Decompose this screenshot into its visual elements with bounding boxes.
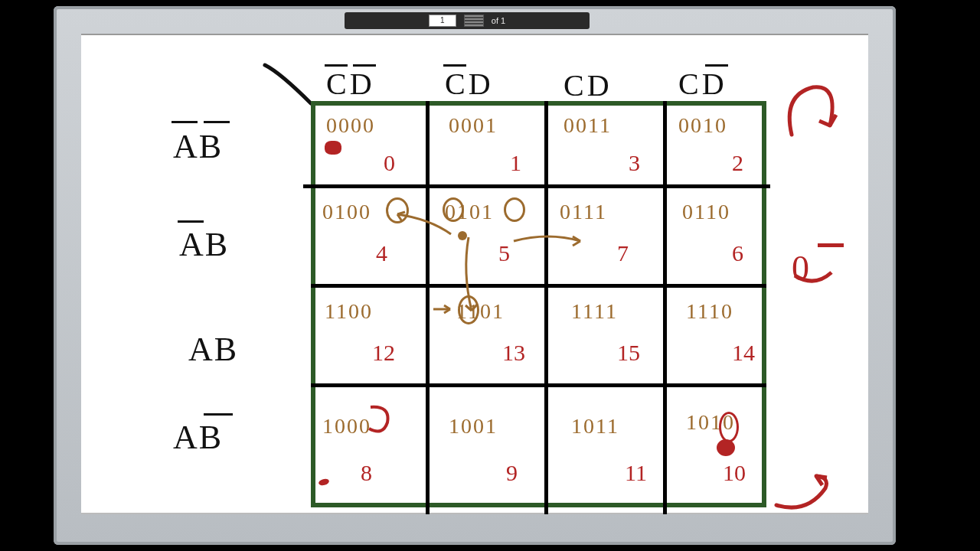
cell-3-1-bin: 1001 — [449, 414, 498, 439]
corner-diagonal — [257, 61, 326, 115]
circle-r1c1-bit0 — [504, 197, 525, 222]
arrow-into-r2c1 — [432, 300, 455, 318]
cell-0-1-bin: 0001 — [449, 113, 498, 138]
cell-1-0-bin: 0100 — [322, 200, 371, 224]
wrap-arrow-bottom — [770, 471, 839, 517]
side-note-underline — [792, 265, 838, 295]
cell-0-0-bin: 0000 — [326, 113, 375, 138]
red-tick-bottom-left — [318, 478, 330, 486]
grid-h3 — [311, 383, 766, 387]
col-header-2: CD — [564, 67, 612, 103]
cell-2-0-bin: 1100 — [325, 299, 373, 324]
arrow-r1c1-to-r1c2 — [510, 230, 586, 253]
cell-0-3-bin: 0010 — [678, 113, 727, 138]
grid-v3 — [663, 101, 667, 514]
row3-bar-b — [204, 413, 233, 416]
grid-left — [311, 101, 315, 507]
cell-0-0-dec: 0 — [384, 150, 395, 176]
cell-0-1-dec: 1 — [510, 150, 521, 176]
side-note-bar — [818, 243, 844, 247]
page-number-field[interactable]: 1 — [429, 15, 456, 27]
cell-3-2-bin: 1011 — [571, 414, 619, 439]
cell-0-2-dec: 3 — [629, 150, 640, 176]
grid-right — [762, 101, 766, 507]
grid-h2 — [311, 284, 766, 288]
cell-1-1-dec: 5 — [498, 240, 510, 266]
red-dot-r0c0 — [325, 141, 341, 155]
cell-2-0-dec: 12 — [372, 340, 395, 366]
grid-bottom — [311, 503, 766, 507]
whiteboard-frame: 1 of 1 CD CD CD CD AB AB AB — [54, 6, 896, 545]
col-header-1: CD — [445, 66, 494, 102]
col0-bar-c — [325, 64, 348, 67]
red-circle-r3c3-a — [719, 412, 739, 442]
row-header-0: AB — [173, 127, 223, 166]
cell-1-0-dec: 4 — [376, 240, 387, 266]
row-header-2: AB — [188, 330, 238, 369]
page-of-label: of 1 — [492, 16, 505, 25]
cell-2-1-dec: 13 — [502, 340, 525, 366]
cell-2-2-dec: 15 — [617, 340, 640, 366]
pdf-toolbar: 1 of 1 — [345, 12, 590, 29]
cell-1-3-dec: 6 — [732, 240, 743, 266]
red-scribble-r3c0 — [364, 403, 398, 439]
grid-v2 — [544, 101, 548, 514]
col1-bar-c — [443, 64, 466, 67]
circle-r2c1-bit2 — [458, 295, 479, 324]
cell-1-2-bin: 0111 — [560, 200, 607, 224]
arrow-r1c0-to-r1c1 — [391, 213, 460, 243]
col-header-0: CD — [326, 66, 375, 102]
cell-2-2-bin: 1111 — [571, 299, 618, 324]
whiteboard-surface: CD CD CD CD AB AB AB AB — [81, 34, 868, 514]
wrap-arrow-top — [778, 81, 847, 150]
grid-v1 — [426, 101, 430, 514]
cell-2-3-dec: 14 — [732, 340, 755, 366]
cell-2-3-bin: 1110 — [686, 299, 733, 324]
row1-bar-a — [178, 220, 204, 223]
cell-1-2-dec: 7 — [617, 240, 629, 266]
cell-0-3-dec: 2 — [732, 150, 743, 176]
page-grip-icon — [464, 15, 484, 27]
cell-3-0-dec: 8 — [361, 460, 372, 486]
col-header-3: CD — [678, 66, 727, 102]
cell-3-3-dec: 10 — [723, 460, 746, 486]
dot-r1c1 — [458, 231, 467, 240]
cell-3-2-dec: 11 — [625, 460, 647, 486]
col3-bar-d — [705, 64, 728, 67]
grid-top — [311, 101, 766, 106]
cell-1-3-bin: 0110 — [682, 200, 730, 224]
row-header-1: AB — [179, 225, 229, 264]
grid-h1 — [303, 184, 770, 188]
red-circle-r3c3-b — [717, 439, 735, 456]
row-header-3: AB — [173, 418, 223, 457]
cell-0-2-bin: 0011 — [564, 113, 612, 138]
row0-bar-b — [204, 121, 230, 123]
row0-bar-a — [172, 121, 198, 123]
col0-bar-d — [353, 64, 376, 67]
cell-3-1-dec: 9 — [506, 460, 518, 486]
